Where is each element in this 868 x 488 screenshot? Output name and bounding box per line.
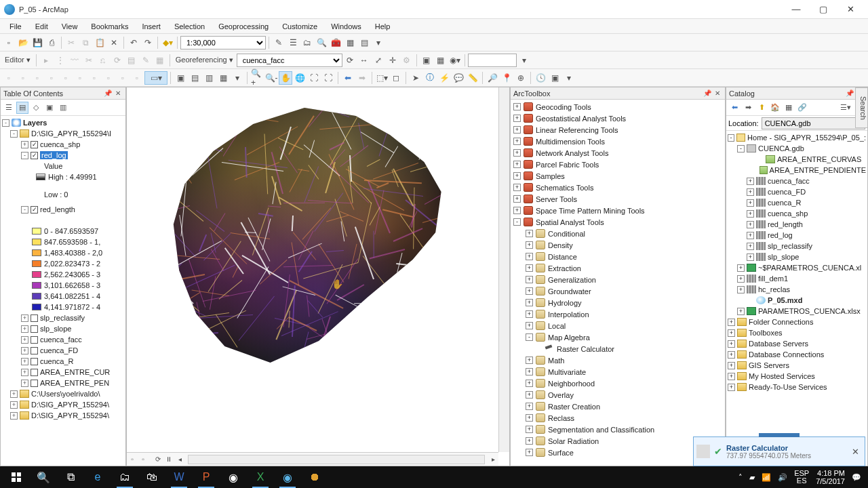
zoom-out-icon[interactable]: 🔍-	[264, 71, 278, 85]
pointer-icon[interactable]: ➤	[409, 71, 422, 85]
arctoolbox-close-icon[interactable]: ✕	[713, 89, 722, 98]
expand-icon[interactable]: +	[21, 314, 28, 322]
chrome-icon[interactable]: ◉	[220, 466, 247, 488]
list-by-visibility-icon[interactable]: ◇	[30, 102, 42, 114]
t3-8-icon[interactable]: ▫	[102, 71, 115, 85]
zoom-in-icon[interactable]: 🔍+	[250, 71, 264, 85]
menu-insert[interactable]: Insert	[135, 21, 167, 32]
pause-icon[interactable]: ⏸	[163, 454, 174, 465]
undo-icon[interactable]: ↶	[127, 36, 140, 49]
arcmap-taskbar-icon[interactable]: ◉	[274, 466, 301, 488]
menu-windows[interactable]: Windows	[324, 21, 368, 32]
store-icon[interactable]: 🛍	[138, 466, 165, 488]
toolbox-icon[interactable]: 🧰	[329, 36, 342, 49]
tray-wifi-icon[interactable]: 📶	[762, 473, 771, 482]
map-vscrollbar[interactable]	[498, 87, 509, 452]
expand-icon[interactable]: +	[10, 412, 18, 420]
pan-icon[interactable]: ✋	[279, 71, 292, 85]
expand-icon[interactable]: +	[21, 336, 28, 344]
delete-icon[interactable]: ✕	[107, 36, 121, 49]
options-icon[interactable]: ▥	[57, 102, 69, 114]
tray-up-icon[interactable]: ˄	[738, 473, 743, 482]
t3-9-icon[interactable]: ▫	[116, 71, 130, 85]
measure-icon[interactable]: 📏	[466, 71, 479, 85]
georef-auto-icon[interactable]: ⚙	[400, 54, 414, 67]
rotate-icon[interactable]: ⟳	[111, 54, 124, 67]
georef-link-icon[interactable]: ✛	[386, 54, 399, 67]
time-slider-icon[interactable]: 🕓	[534, 71, 547, 85]
georef-misc-icon[interactable]: ◉▾	[448, 54, 462, 67]
menu-edit[interactable]: Edit	[28, 21, 55, 32]
t3-more-icon[interactable]: ▾	[231, 71, 244, 85]
powerpoint-icon[interactable]: P	[193, 466, 220, 488]
create-viewer-icon[interactable]: ▣	[548, 71, 561, 85]
html-popup-icon[interactable]: 💬	[452, 71, 465, 85]
t3-4-icon[interactable]: ▫	[45, 71, 58, 85]
toc-icon[interactable]: ☰	[286, 36, 300, 49]
map-scale-select[interactable]: 1:30,000	[180, 36, 266, 49]
cat-home-icon[interactable]: 🏠	[769, 102, 781, 114]
system-tray[interactable]: ˄ ▰ 📶 🔊 ESPES 4:18 PM7/5/2017 💬	[738, 469, 865, 485]
expand-icon[interactable]: +	[21, 347, 28, 354]
georeferencing-dropdown[interactable]: Georeferencing ▾	[173, 56, 236, 64]
find-route-icon[interactable]: 📍	[500, 71, 513, 85]
expand-icon[interactable]: +	[21, 141, 28, 148]
fixed-zoom-in-icon[interactable]: ⛶	[307, 71, 321, 85]
select-by-attr-icon[interactable]: ▤	[188, 71, 201, 85]
viewer-icon[interactable]: ▣	[420, 54, 433, 67]
zoom-to-sel-icon[interactable]: ▦	[216, 71, 230, 85]
reshape-icon[interactable]: 〰	[68, 54, 81, 67]
georef-scale-icon[interactable]: ⤢	[372, 54, 385, 67]
menu-customize[interactable]: Customize	[275, 21, 324, 32]
map-hscrollbar[interactable]	[188, 455, 485, 464]
expand-icon[interactable]: -	[2, 119, 9, 127]
cut-poly-icon[interactable]: ✂	[82, 54, 96, 67]
list-by-source-icon[interactable]: ▤	[16, 102, 28, 114]
menu-selection[interactable]: Selection	[167, 21, 212, 32]
georef-shift-icon[interactable]: ↔	[357, 54, 371, 67]
explorer-icon[interactable]: 🗂	[111, 466, 138, 488]
t3-3-icon[interactable]: ▫	[31, 71, 44, 85]
layout-view-icon[interactable]: ▫	[138, 454, 149, 465]
editor-toolbar-icon[interactable]: ✎	[272, 36, 285, 49]
t3-2-icon[interactable]: ▫	[16, 71, 30, 85]
new-icon[interactable]: ▫	[2, 36, 16, 49]
full-extent-icon[interactable]: 🌐	[293, 71, 307, 85]
link-table-icon[interactable]: ▦	[434, 54, 448, 67]
menu-file[interactable]: File	[3, 21, 28, 32]
hscroll-right-icon[interactable]: ▸	[488, 454, 498, 465]
cat-view-icon[interactable]: ☰▾	[840, 102, 852, 114]
t3-6-icon[interactable]: ▫	[73, 71, 87, 85]
edit-vertices-icon[interactable]: ⋮	[54, 54, 67, 67]
expand-icon[interactable]: -	[21, 206, 28, 214]
t3-5-icon[interactable]: ▫	[59, 71, 73, 85]
tray-lang[interactable]: ESPES	[794, 470, 809, 485]
t3-7-icon[interactable]: ▫	[87, 71, 101, 85]
expand-icon[interactable]: -	[21, 152, 28, 159]
expand-icon[interactable]: +	[21, 325, 28, 333]
start-button[interactable]	[3, 466, 30, 488]
georef-text-input[interactable]	[468, 54, 517, 67]
catalog-tree[interactable]: -Home - SIG_APYR_155294\P_05_:-CUENCA.gd…	[726, 131, 867, 466]
forward-icon[interactable]: ➡	[355, 71, 369, 85]
list-by-drawing-icon[interactable]: ☰	[3, 102, 15, 114]
menu-help[interactable]: Help	[368, 21, 397, 32]
tray-adobe-icon[interactable]: ▰	[749, 473, 755, 482]
notification-popup[interactable]: ✔ Raster Calculator 737.97 9554740.075 M…	[693, 436, 865, 466]
expand-icon[interactable]: +	[10, 390, 18, 398]
identify-icon[interactable]: ⓘ	[423, 71, 437, 85]
tray-clock[interactable]: 4:18 PM7/5/2017	[816, 469, 845, 485]
python-icon[interactable]: ▦	[343, 36, 357, 49]
deselect-icon[interactable]: ◻	[389, 71, 403, 85]
recorder-icon[interactable]: ⏺	[301, 466, 328, 488]
edge-icon[interactable]: e	[84, 466, 111, 488]
toolbar-grip-icon[interactable]: ▾	[517, 54, 531, 67]
redo-icon[interactable]: ↷	[141, 36, 155, 49]
attributes-icon[interactable]: ▤	[125, 54, 138, 67]
notification-close-icon[interactable]: ✕	[849, 447, 862, 457]
data-view-icon[interactable]: ▫	[127, 454, 138, 465]
find-icon[interactable]: 🔎	[486, 71, 499, 85]
location-select[interactable]: CUENCA.gdb	[762, 117, 865, 129]
cat-connect-icon[interactable]: 🔗	[796, 102, 808, 114]
clear-selection-icon[interactable]: ▣	[174, 71, 187, 85]
